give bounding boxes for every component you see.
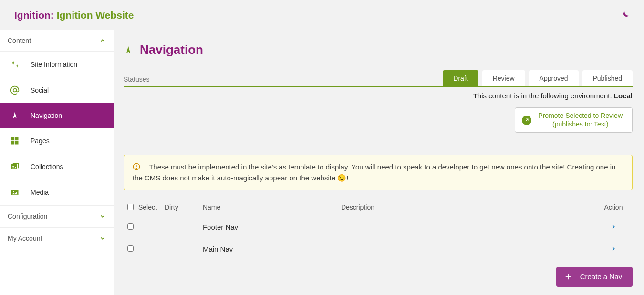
status-tab-published[interactable]: Published — [582, 70, 633, 86]
promote-line1: Promote Selected to Review — [538, 112, 623, 120]
grid-icon — [10, 136, 20, 146]
chevron-down-icon — [99, 213, 106, 220]
status-tab-approved[interactable]: Approved — [529, 70, 579, 86]
sidebar-section-label: Content — [8, 37, 31, 44]
promote-selected-button[interactable]: Promote Selected to Review (publishes to… — [515, 107, 633, 133]
sidebar-section-label: My Account — [8, 234, 42, 242]
plus-icon — [564, 273, 572, 281]
svg-point-0 — [13, 89, 17, 92]
promote-line2: (publishes to: Test) — [538, 120, 623, 129]
sidebar-item-label: Collections — [31, 163, 63, 170]
brand-prefix: Ignition: — [14, 10, 54, 21]
page-title: Navigation — [140, 42, 203, 57]
svg-rect-2 — [15, 137, 19, 141]
col-dirty: Dirty — [161, 199, 199, 216]
app-header: Ignition: Ignition Website — [0, 0, 644, 30]
create-nav-button[interactable]: Create a Nav — [556, 267, 633, 287]
row-checkbox[interactable] — [127, 223, 134, 230]
create-nav-label: Create a Nav — [580, 273, 622, 281]
compass-icon — [124, 45, 133, 55]
environment-value: Local — [614, 92, 633, 100]
brand: Ignition: Ignition Website — [14, 10, 134, 21]
svg-rect-1 — [11, 137, 15, 141]
row-action-button[interactable] — [598, 245, 629, 252]
sidebar-item-label: Pages — [31, 137, 50, 145]
row-name: Footer Nav — [199, 216, 337, 238]
sidebar-section-my-account[interactable]: My Account — [0, 227, 114, 249]
sidebar-section-configuration[interactable]: Configuration — [0, 205, 114, 227]
sidebar-section-content[interactable]: Content — [0, 30, 114, 52]
chevron-down-icon — [99, 235, 106, 242]
info-alert: These must be implemented in the site's … — [124, 155, 633, 190]
theme-toggle-icon[interactable] — [620, 11, 630, 20]
svg-point-11 — [136, 168, 136, 168]
main-content: Navigation Statuses Draft Review Approve… — [114, 30, 644, 295]
col-name: Name — [199, 199, 337, 216]
row-description — [337, 238, 594, 260]
row-action-button[interactable] — [598, 223, 629, 230]
image-icon — [10, 188, 20, 197]
row-checkbox[interactable] — [127, 245, 134, 252]
environment-notice: This content is in the following environ… — [124, 92, 633, 100]
sidebar-item-collections[interactable]: Collections — [0, 154, 114, 179]
chevron-up-icon — [99, 37, 106, 44]
sidebar-item-label: Site Information — [31, 61, 77, 68]
alert-text: These must be implemented in the site's … — [133, 163, 615, 182]
arrow-up-right-icon — [522, 116, 531, 125]
sidebar-item-label: Navigation — [31, 112, 62, 119]
status-tab-review[interactable]: Review — [482, 70, 525, 86]
svg-point-8 — [13, 191, 14, 192]
brand-suffix: Ignition Website — [57, 10, 134, 21]
svg-point-6 — [12, 166, 14, 167]
col-select: Select — [138, 203, 157, 211]
compass-icon — [10, 111, 20, 120]
row-name: Main Nav — [199, 238, 337, 260]
select-all-checkbox[interactable] — [127, 204, 134, 210]
sidebar-item-site-information[interactable]: Site Information — [0, 52, 114, 77]
sidebar-item-label: Media — [31, 189, 49, 196]
row-description — [337, 216, 594, 238]
image-stack-icon — [10, 162, 20, 171]
table-row: Footer Nav — [124, 216, 633, 238]
sidebar: Content Site Information Social Navigati… — [0, 30, 114, 295]
table-row: Main Nav — [124, 238, 633, 260]
statuses-label: Statuses — [124, 75, 149, 86]
col-action: Action — [594, 199, 633, 216]
sidebar-item-label: Social — [31, 86, 49, 94]
svg-rect-3 — [11, 141, 15, 145]
warning-icon — [133, 164, 142, 172]
sidebar-item-navigation[interactable]: Navigation — [0, 103, 114, 128]
navigation-table: Select Dirty Name Description Action Foo… — [124, 199, 633, 260]
sparkles-icon — [10, 60, 20, 69]
status-tabs: Draft Review Approved Published — [443, 70, 633, 86]
sidebar-section-label: Configuration — [8, 212, 47, 220]
svg-rect-4 — [15, 141, 19, 145]
col-description: Description — [337, 199, 594, 216]
at-icon — [10, 85, 20, 95]
sidebar-item-pages[interactable]: Pages — [0, 128, 114, 154]
environment-prefix: This content is in the following environ… — [473, 92, 614, 100]
status-tab-draft[interactable]: Draft — [443, 70, 478, 86]
sidebar-item-social[interactable]: Social — [0, 77, 114, 103]
svg-rect-5 — [11, 164, 17, 169]
sidebar-item-media[interactable]: Media — [0, 179, 114, 205]
